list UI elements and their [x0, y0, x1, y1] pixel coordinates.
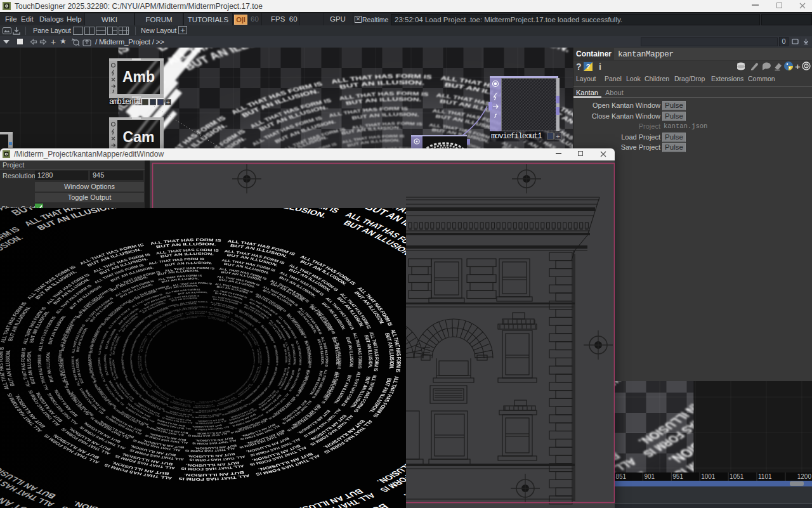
svg-text:951: 951 [672, 473, 683, 480]
svg-text:1101: 1101 [758, 473, 772, 480]
svg-text:1200: 1200 [797, 473, 812, 480]
svg-text:1001: 1001 [701, 473, 716, 480]
svg-text:1051: 1051 [730, 473, 744, 480]
svg-text:851: 851 [616, 473, 627, 480]
svg-text:901: 901 [644, 473, 655, 480]
svg-text:?: ? [586, 63, 591, 70]
svg-text:+: + [795, 62, 801, 72]
